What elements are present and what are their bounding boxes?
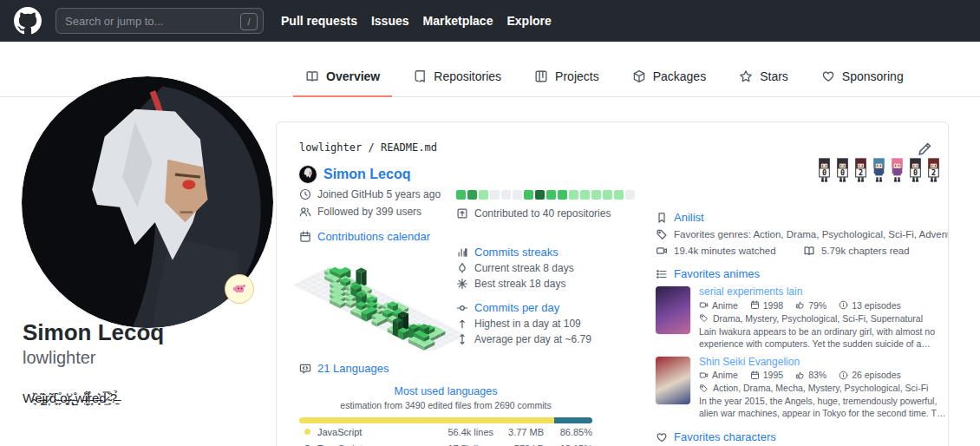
followed-line: Followed by 399 users [299, 206, 455, 218]
readme-user-column: Simon Lecoq Joined GitHub 5 years ago Fo… [299, 166, 455, 354]
svg-text:2: 2 [859, 168, 863, 177]
languages-table: JavaScript 56.4k lines 3.77 MB 86.85%Typ… [299, 423, 592, 446]
star-icon [739, 69, 753, 83]
anime-cover[interactable] [656, 357, 690, 404]
navbar-links: Pull requestsIssuesMarketplaceExplore [281, 14, 552, 28]
favorite-genres-text: Favorites genres: Action, Drama, Psychol… [674, 229, 949, 239]
commit-icon [456, 302, 468, 314]
nav-link-issues[interactable]: Issues [371, 14, 409, 28]
anime-title[interactable]: Shin Seiki Evangelion [699, 357, 947, 369]
readme-user-name[interactable]: Simon Lecoq [323, 167, 410, 182]
average-day-line: Average per day at ~6.79 [456, 333, 649, 345]
heart-icon [656, 431, 668, 443]
joined-text: Joined GitHub 5 years ago [317, 188, 441, 200]
contrib-square [456, 190, 466, 200]
github-profile-page: / Pull requestsIssuesMarketplaceExplore … [0, 0, 980, 446]
best-streak-line: Best streak 18 days [456, 278, 649, 290]
contrib-square [479, 190, 488, 200]
contrib-square [535, 190, 545, 200]
anime-year: 1998 [750, 300, 783, 311]
list-icon [656, 268, 668, 280]
people-icon [299, 206, 311, 218]
favorite-genres-line: Favorites genres: Action, Drama, Psychol… [656, 228, 947, 240]
average-day-text: Average per day at ~6.79 [474, 333, 591, 345]
contrib-square [524, 190, 533, 200]
tag-icon [699, 384, 709, 393]
language-size: 3.77 MB [493, 427, 544, 437]
minutes-watched: 19.4k minutes watched [656, 245, 803, 257]
anime-cover[interactable] [656, 286, 690, 334]
anime-meta: Anime 1995 83% 26 episodes [699, 370, 947, 380]
nav-link-pull-requests[interactable]: Pull requests [281, 14, 357, 28]
current-streak-line: Current streak 8 days [456, 262, 649, 274]
anime-title[interactable]: serial experiments lain [699, 286, 947, 298]
clock-icon [299, 188, 311, 200]
tab-projects[interactable]: Projects [522, 59, 611, 97]
anime-description: In the year 2015, the Angels, huge, trem… [699, 396, 947, 420]
mini-avatar [299, 166, 317, 183]
language-name: TypeScript [299, 443, 403, 446]
package-icon [632, 69, 646, 83]
languages-subtitle: estimation from 3490 edited files from 2… [299, 400, 592, 410]
commits-per-day-link[interactable]: Commits per day [456, 301, 649, 314]
search-input[interactable] [56, 9, 263, 33]
anime-score: 83% [795, 370, 826, 380]
tab-label: Sponsoring [842, 69, 904, 83]
burst-icon [456, 278, 468, 290]
contrib-square [467, 190, 477, 200]
status-emoji-badge[interactable] [225, 274, 254, 304]
nav-link-explore[interactable]: Explore [506, 14, 551, 28]
book-open-icon [305, 69, 319, 83]
tab-packages[interactable]: Packages [620, 59, 718, 97]
chapters-read-text: 5.79k chapters read [821, 246, 910, 256]
tab-overview[interactable]: Overview [293, 59, 392, 97]
language-size: 570 kB [493, 443, 544, 446]
contrib-square [513, 190, 522, 200]
followed-text: Followed by 399 users [317, 206, 421, 218]
contrib-square [625, 190, 635, 200]
search-box: / [56, 8, 264, 34]
anilist-link[interactable]: Anilist [656, 211, 947, 224]
project-icon [534, 69, 548, 83]
tab-label: Repositories [434, 69, 501, 83]
minutes-watched-text: 19.4k minutes watched [674, 246, 776, 256]
code-bubble-icon [299, 363, 311, 375]
anime-type: Anime [699, 370, 738, 380]
thumbs-up-icon [795, 371, 805, 380]
isometric-calendar [294, 245, 455, 354]
language-percent: 13.15% [544, 443, 592, 446]
language-lines: 56.4k lines [403, 427, 493, 437]
repo-icon [413, 69, 427, 83]
languages-bar [299, 417, 592, 423]
profile-tabs: OverviewRepositoriesProjectsPackagesStar… [293, 59, 916, 96]
tab-stars[interactable]: Stars [727, 59, 800, 97]
pixel-character [889, 157, 905, 185]
contrib-square [546, 190, 556, 200]
most-used-languages-title: Most used languages [299, 385, 592, 397]
favorites-animes-link[interactable]: Favorites animes [656, 267, 947, 280]
profile-username: lowlighter [23, 348, 270, 368]
svg-text:2: 2 [931, 168, 936, 177]
tab-sponsoring[interactable]: Sponsoring [809, 59, 916, 97]
current-streak-text: Current streak 8 days [474, 262, 574, 274]
contributions-calendar-link[interactable]: Contributions calendar [299, 230, 455, 243]
readme-user-row: Simon Lecoq [299, 166, 455, 183]
edit-pencil-icon[interactable] [917, 141, 932, 157]
anime-description: Lain Iwakura appears to be an ordinary g… [699, 326, 947, 351]
favorites-characters-link[interactable]: Favorites characters [656, 430, 947, 443]
anime-episodes: 26 episodes [839, 370, 901, 380]
info-icon [839, 300, 848, 310]
flame-icon [456, 262, 468, 274]
anilist-stats-line: 19.4k minutes watched 5.79k chapters rea… [656, 245, 947, 257]
lang-bar-segment-javascript [299, 417, 554, 423]
contrib-square [580, 190, 590, 200]
nav-link-marketplace[interactable]: Marketplace [423, 14, 493, 28]
contrib-square [490, 190, 500, 200]
languages-count-link[interactable]: 21 Languages [299, 362, 592, 375]
contrib-square [569, 190, 578, 200]
commits-streaks-link[interactable]: Commits streaks [456, 246, 649, 259]
tab-repositories[interactable]: Repositories [401, 59, 513, 97]
github-logo-icon[interactable] [14, 7, 42, 35]
language-name: JavaScript [299, 427, 403, 437]
commits-per-day-label: Commits per day [474, 301, 559, 314]
